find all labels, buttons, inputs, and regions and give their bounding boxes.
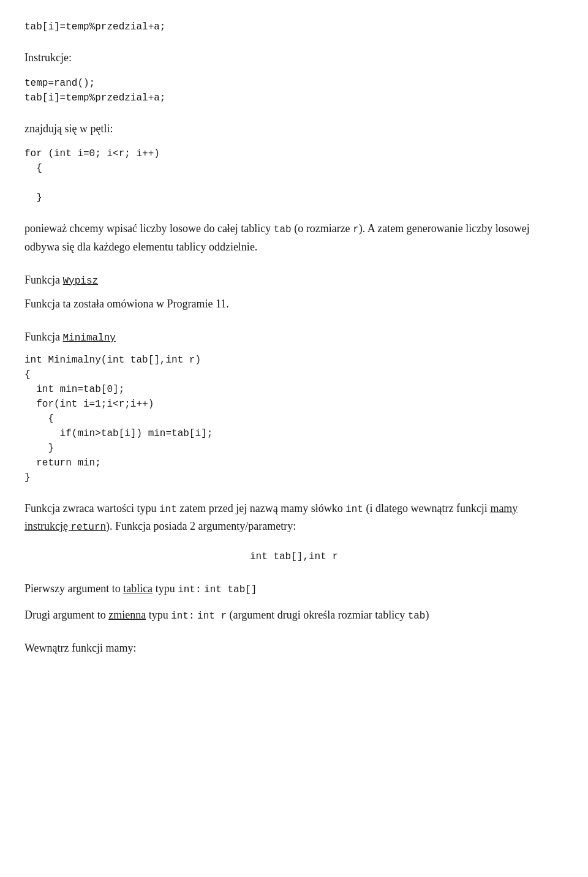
instrukcje-label: Instrukcje: xyxy=(24,49,564,67)
znajduja-section: znajdują się w pętli: for (int i=0; i<r;… xyxy=(24,120,564,206)
code-block-minimalny: int Minimalny(int tab[],int r) { int min… xyxy=(24,353,564,485)
centered-code: int tab[],int r xyxy=(24,547,564,565)
wypisz-paragraph: Funkcja ta została omówiona w Programie … xyxy=(24,295,564,314)
arguments-section: Pierwszy argument to tablica typu int: i… xyxy=(24,580,564,625)
poniewaz-section: ponieważ chcemy wpisać liczby losowe do … xyxy=(24,220,564,256)
code-block-1: tab[i]=temp%przedzial+a; xyxy=(24,20,564,34)
minimalny-heading: Funkcja Minimalny xyxy=(24,328,564,347)
centered-code-text: int tab[],int r xyxy=(250,551,338,562)
znajduja-label: znajdują się w pętli: xyxy=(24,120,564,138)
zwraca-section: Funkcja zwraca wartości typu int zatem p… xyxy=(24,500,564,565)
zwraca-paragraph: Funkcja zwraca wartości typu int zatem p… xyxy=(24,500,564,536)
pierwszy-paragraph: Pierwszy argument to tablica typu int: i… xyxy=(24,580,564,598)
code-section-1: tab[i]=temp%przedzial+a; xyxy=(24,20,564,34)
drugi-paragraph: Drugi argument to zmienna typu int: int … xyxy=(24,606,564,625)
code-block-2: temp=rand(); tab[i]=temp%przedzial+a; xyxy=(24,76,564,105)
code-block-3: for (int i=0; i<r; i++) { } xyxy=(24,146,564,205)
instrukcje-section: Instrukcje: temp=rand(); tab[i]=temp%prz… xyxy=(24,49,564,105)
wypisz-section: Funkcja Wypisz Funkcja ta została omówio… xyxy=(24,271,564,314)
wewnatrz-section: Wewnątrz funkcji mamy: xyxy=(24,639,564,658)
wypisz-heading: Funkcja Wypisz xyxy=(24,271,564,290)
minimalny-section: Funkcja Minimalny int Minimalny(int tab[… xyxy=(24,328,564,485)
wewnatrz-heading: Wewnątrz funkcji mamy: xyxy=(24,639,564,658)
poniewaz-paragraph: ponieważ chcemy wpisać liczby losowe do … xyxy=(24,220,564,256)
